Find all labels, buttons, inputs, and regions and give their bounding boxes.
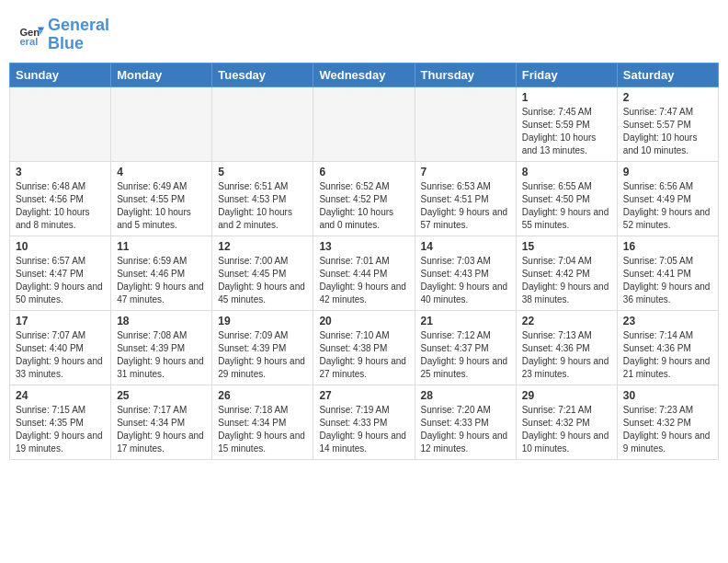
calendar-row-4: 24Sunrise: 7:15 AM Sunset: 4:35 PM Dayli… [10,385,719,459]
calendar-day-28: 28Sunrise: 7:20 AM Sunset: 4:33 PM Dayli… [415,385,516,459]
calendar-day-15: 15Sunrise: 7:04 AM Sunset: 4:42 PM Dayli… [516,236,617,310]
day-info: Sunrise: 6:49 AM Sunset: 4:55 PM Dayligh… [117,180,206,232]
day-info: Sunrise: 7:03 AM Sunset: 4:43 PM Dayligh… [421,255,510,306]
day-info: Sunrise: 7:15 AM Sunset: 4:35 PM Dayligh… [16,404,105,455]
calendar-header-thursday: Thursday [415,63,516,86]
calendar-day-24: 24Sunrise: 7:15 AM Sunset: 4:35 PM Dayli… [10,385,111,459]
day-info: Sunrise: 7:07 AM Sunset: 4:40 PM Dayligh… [16,329,105,381]
calendar-row-1: 3Sunrise: 6:48 AM Sunset: 4:56 PM Daylig… [10,161,719,236]
calendar-header-sunday: Sunday [10,63,111,86]
day-number: 27 [319,389,408,402]
calendar-day-23: 23Sunrise: 7:14 AM Sunset: 4:36 PM Dayli… [617,310,718,385]
day-number: 26 [218,389,307,402]
logo-icon: Gen eral [18,22,44,48]
day-info: Sunrise: 7:45 AM Sunset: 5:59 PM Dayligh… [522,106,611,157]
day-info: Sunrise: 6:52 AM Sunset: 4:52 PM Dayligh… [319,180,408,232]
day-number: 22 [522,315,611,327]
day-info: Sunrise: 7:08 AM Sunset: 4:39 PM Dayligh… [117,329,206,381]
logo: Gen eral GeneralBlue [18,17,109,53]
calendar-day-3: 3Sunrise: 6:48 AM Sunset: 4:56 PM Daylig… [10,161,111,236]
calendar-row-0: 1Sunrise: 7:45 AM Sunset: 5:59 PM Daylig… [10,86,719,161]
day-info: Sunrise: 7:10 AM Sunset: 4:38 PM Dayligh… [319,329,408,381]
calendar-day-1: 1Sunrise: 7:45 AM Sunset: 5:59 PM Daylig… [516,86,617,161]
day-info: Sunrise: 7:12 AM Sunset: 4:37 PM Dayligh… [421,329,510,381]
day-number: 19 [218,315,307,327]
day-number: 28 [421,389,510,402]
calendar-day-22: 22Sunrise: 7:13 AM Sunset: 4:36 PM Dayli… [516,310,617,385]
calendar-header-saturday: Saturday [617,63,718,86]
day-info: Sunrise: 7:47 AM Sunset: 5:57 PM Dayligh… [623,106,712,157]
calendar-day-11: 11Sunrise: 6:59 AM Sunset: 4:46 PM Dayli… [111,236,212,310]
day-info: Sunrise: 7:19 AM Sunset: 4:33 PM Dayligh… [319,404,408,455]
day-info: Sunrise: 7:17 AM Sunset: 4:34 PM Dayligh… [117,404,206,455]
day-number: 15 [522,240,611,253]
day-number: 10 [16,240,105,253]
day-number: 14 [421,240,510,253]
day-number: 2 [623,91,712,104]
day-info: Sunrise: 6:51 AM Sunset: 4:53 PM Dayligh… [218,180,307,232]
calendar-day-14: 14Sunrise: 7:03 AM Sunset: 4:43 PM Dayli… [415,236,516,310]
day-number: 3 [16,166,105,178]
day-number: 12 [218,240,307,253]
calendar-day-29: 29Sunrise: 7:21 AM Sunset: 4:32 PM Dayli… [516,385,617,459]
calendar-day-4: 4Sunrise: 6:49 AM Sunset: 4:55 PM Daylig… [111,161,212,236]
day-number: 21 [421,315,510,327]
calendar-day-7: 7Sunrise: 6:53 AM Sunset: 4:51 PM Daylig… [415,161,516,236]
day-info: Sunrise: 6:59 AM Sunset: 4:46 PM Dayligh… [117,255,206,306]
calendar-row-2: 10Sunrise: 6:57 AM Sunset: 4:47 PM Dayli… [10,236,719,310]
day-number: 4 [117,166,206,178]
day-info: Sunrise: 7:04 AM Sunset: 4:42 PM Dayligh… [522,255,611,306]
calendar-header-friday: Friday [516,63,617,86]
calendar-row-3: 17Sunrise: 7:07 AM Sunset: 4:40 PM Dayli… [10,310,719,385]
calendar-day-empty [212,86,313,161]
day-number: 23 [623,315,712,327]
calendar-day-30: 30Sunrise: 7:23 AM Sunset: 4:32 PM Dayli… [617,385,718,459]
calendar-day-21: 21Sunrise: 7:12 AM Sunset: 4:37 PM Dayli… [415,310,516,385]
calendar-day-20: 20Sunrise: 7:10 AM Sunset: 4:38 PM Dayli… [313,310,415,385]
calendar-day-empty [415,86,516,161]
calendar-day-9: 9Sunrise: 6:56 AM Sunset: 4:49 PM Daylig… [617,161,718,236]
calendar-day-empty [313,86,415,161]
day-info: Sunrise: 7:00 AM Sunset: 4:45 PM Dayligh… [218,255,307,306]
day-number: 8 [522,166,611,178]
day-info: Sunrise: 6:55 AM Sunset: 4:50 PM Dayligh… [522,180,611,232]
day-number: 13 [319,240,408,253]
calendar-day-8: 8Sunrise: 6:55 AM Sunset: 4:50 PM Daylig… [516,161,617,236]
day-number: 20 [319,315,408,327]
day-info: Sunrise: 6:53 AM Sunset: 4:51 PM Dayligh… [421,180,510,232]
day-info: Sunrise: 7:13 AM Sunset: 4:36 PM Dayligh… [522,329,611,381]
day-number: 6 [319,166,408,178]
day-number: 7 [421,166,510,178]
day-number: 9 [623,166,712,178]
calendar-day-6: 6Sunrise: 6:52 AM Sunset: 4:52 PM Daylig… [313,161,415,236]
calendar-day-empty [111,86,212,161]
day-info: Sunrise: 7:09 AM Sunset: 4:39 PM Dayligh… [218,329,307,381]
day-number: 29 [522,389,611,402]
day-info: Sunrise: 7:18 AM Sunset: 4:34 PM Dayligh… [218,404,307,455]
day-number: 16 [623,240,712,253]
calendar-day-5: 5Sunrise: 6:51 AM Sunset: 4:53 PM Daylig… [212,161,313,236]
calendar-header-row: SundayMondayTuesdayWednesdayThursdayFrid… [10,63,719,86]
day-info: Sunrise: 7:21 AM Sunset: 4:32 PM Dayligh… [522,404,611,455]
day-info: Sunrise: 6:57 AM Sunset: 4:47 PM Dayligh… [16,255,105,306]
day-info: Sunrise: 6:48 AM Sunset: 4:56 PM Dayligh… [16,180,105,232]
day-number: 11 [117,240,206,253]
calendar-day-27: 27Sunrise: 7:19 AM Sunset: 4:33 PM Dayli… [313,385,415,459]
page-header: Gen eral GeneralBlue [0,0,728,63]
day-info: Sunrise: 7:23 AM Sunset: 4:32 PM Dayligh… [623,404,712,455]
day-number: 25 [117,389,206,402]
calendar-day-2: 2Sunrise: 7:47 AM Sunset: 5:57 PM Daylig… [617,86,718,161]
calendar-header-monday: Monday [111,63,212,86]
calendar-day-26: 26Sunrise: 7:18 AM Sunset: 4:34 PM Dayli… [212,385,313,459]
calendar-day-13: 13Sunrise: 7:01 AM Sunset: 4:44 PM Dayli… [313,236,415,310]
day-info: Sunrise: 6:56 AM Sunset: 4:49 PM Dayligh… [623,180,712,232]
calendar-day-empty [10,86,111,161]
calendar-day-17: 17Sunrise: 7:07 AM Sunset: 4:40 PM Dayli… [10,310,111,385]
calendar-day-16: 16Sunrise: 7:05 AM Sunset: 4:41 PM Dayli… [617,236,718,310]
day-number: 18 [117,315,206,327]
calendar-header-wednesday: Wednesday [313,63,415,86]
day-info: Sunrise: 7:01 AM Sunset: 4:44 PM Dayligh… [319,255,408,306]
svg-text:eral: eral [19,36,38,47]
day-number: 1 [522,91,611,104]
calendar-day-12: 12Sunrise: 7:00 AM Sunset: 4:45 PM Dayli… [212,236,313,310]
